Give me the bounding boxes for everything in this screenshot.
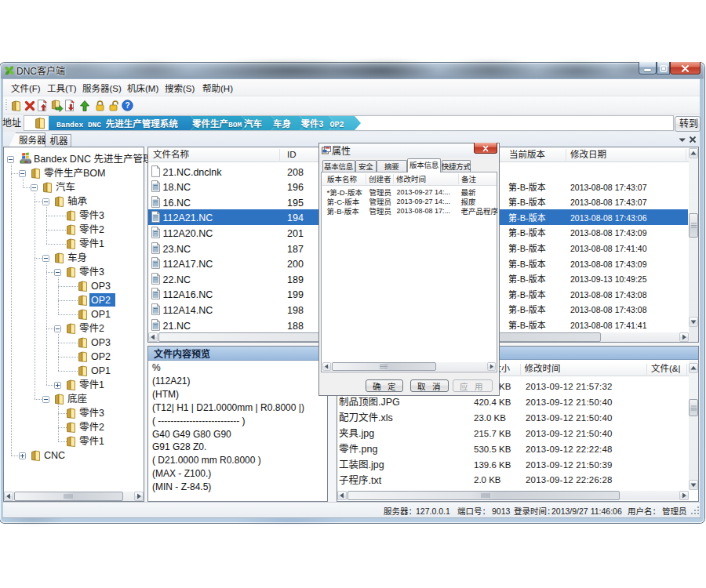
- svg-text:?: ?: [125, 101, 129, 110]
